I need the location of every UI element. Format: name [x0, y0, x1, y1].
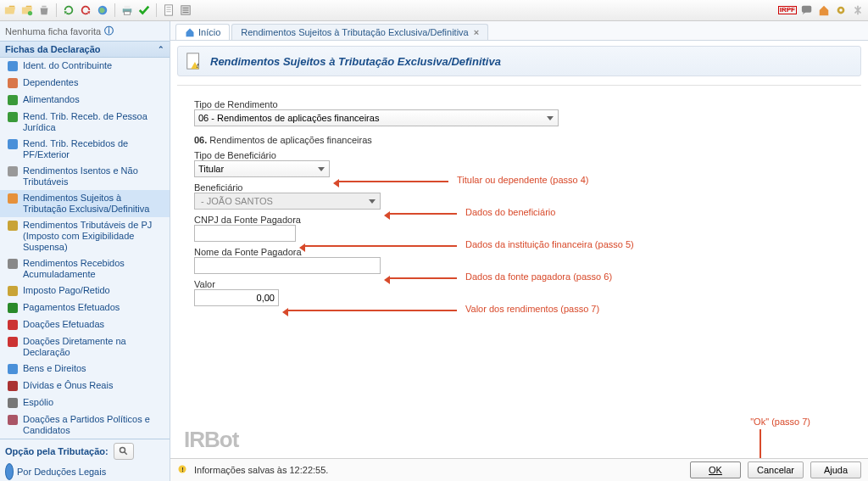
- sidebar-item-label: Bens e Direitos: [23, 363, 86, 374]
- sidebar-section-header[interactable]: Fichas da Declaração ⌃: [0, 41, 170, 58]
- svg-rect-6: [165, 5, 173, 15]
- footer-bar: ! Informações salvas às 12:22:55. OK Can…: [170, 458, 868, 481]
- svg-rect-16: [8, 166, 18, 176]
- tab-current[interactable]: Rendimentos Sujeitos à Tributação Exclus…: [231, 24, 488, 40]
- opcao-tributacao: Opção pela Tributação: Por Deduções Lega…: [0, 439, 170, 481]
- section-subtitle: 06. Rendimentos de aplicações financeira…: [194, 135, 844, 145]
- tab-bar: Início Rendimentos Sujeitos à Tributação…: [170, 21, 868, 41]
- sidebar-item[interactable]: Pagamentos Efetuados: [0, 299, 170, 316]
- sidebar-item[interactable]: Imposto Pago/Retido: [0, 282, 170, 299]
- watermark: IRBot: [184, 427, 238, 453]
- refresh-icon[interactable]: [62, 3, 75, 17]
- sidebar-item[interactable]: Rendimentos Tributáveis de PJ (Imposto c…: [0, 217, 170, 255]
- sidebar-item[interactable]: Doações a Partidos Políticos e Candidato…: [0, 411, 170, 439]
- close-icon[interactable]: ×: [472, 27, 479, 37]
- estate-icon: [7, 397, 19, 409]
- doc-orange-icon: [7, 193, 19, 204]
- info-icon[interactable]: ⓘ: [104, 25, 114, 37]
- chat-icon[interactable]: [800, 3, 814, 17]
- home-icon[interactable]: [817, 3, 831, 17]
- tipo-benef-label: Tipo de Beneficiário: [194, 150, 844, 160]
- valor-input[interactable]: [194, 289, 279, 306]
- gear-icon[interactable]: [834, 3, 848, 17]
- sidebar-item[interactable]: Ident. do Contribuinte: [0, 58, 170, 75]
- irpf-icon[interactable]: IRPF: [778, 6, 797, 14]
- check-icon[interactable]: [137, 3, 151, 17]
- sidebar-item-label: Ident. do Contribuinte: [23, 60, 112, 71]
- sidebar-item-label: Rend. Trib. Receb. de Pessoa Jurídica: [23, 111, 164, 133]
- svg-rect-20: [8, 286, 18, 296]
- svg-rect-4: [125, 6, 131, 9]
- sidebar-item[interactable]: Dívidas e Ônus Reais: [0, 378, 170, 394]
- sidebar-item[interactable]: Rendimentos Recebidos Acumuladamente: [0, 255, 170, 282]
- doc-icon[interactable]: [162, 3, 175, 17]
- sidebar-item[interactable]: Alimentandos: [0, 92, 170, 109]
- sidebar-item[interactable]: Rendimentos Isentos e Não Tributáveis: [0, 163, 170, 190]
- opcao-radio-deducoes[interactable]: Por Deduções Legais: [0, 461, 170, 480]
- svg-text:!: !: [181, 466, 184, 473]
- svg-rect-14: [8, 112, 18, 122]
- sidebar-item-label: Imposto Pago/Retido: [23, 285, 110, 296]
- app-window: IRPF Nenhuma ficha favorita ⓘ Fichas da …: [0, 0, 868, 481]
- svg-rect-23: [8, 337, 18, 347]
- money-icon: [7, 302, 19, 314]
- sidebar-item[interactable]: Rendimentos Sujeitos à Tributação Exclus…: [0, 190, 170, 217]
- cancel-button[interactable]: Cancelar: [748, 461, 804, 478]
- sidebar-item[interactable]: Bens e Direitos: [0, 361, 170, 378]
- meal-icon: [7, 94, 19, 106]
- world-icon[interactable]: [96, 3, 109, 17]
- nome-fonte-input[interactable]: [194, 257, 381, 274]
- collapse-icon[interactable]: ⌃: [158, 45, 164, 53]
- svg-rect-11: [8, 61, 18, 71]
- annot-passo7: Valor dos rendimentos (passo 7): [465, 304, 599, 314]
- person-icon: [7, 60, 19, 72]
- svg-rect-25: [8, 381, 18, 391]
- search-button[interactable]: [114, 443, 134, 460]
- beneficiario-select[interactable]: [194, 193, 381, 210]
- svg-rect-12: [8, 78, 18, 88]
- people-icon: [7, 77, 19, 89]
- opcao-title: Opção pela Tributação:: [5, 446, 108, 456]
- undo-icon[interactable]: [79, 3, 92, 17]
- sidebar-item-label: Alimentandos: [23, 94, 80, 105]
- tipo-beneficiario-select[interactable]: [194, 160, 330, 177]
- tipo-rendimento-select[interactable]: [194, 109, 559, 126]
- svg-rect-18: [8, 221, 18, 231]
- doc-stack-icon: [7, 258, 19, 270]
- sidebar-item[interactable]: Rend. Trib. Recebidos de PF/Exterior: [0, 136, 170, 163]
- favorites-empty-text: Nenhuma ficha favorita: [5, 26, 101, 36]
- svg-point-28: [120, 448, 125, 453]
- sidebar-item[interactable]: Dependentes: [0, 75, 170, 92]
- list-icon[interactable]: [179, 3, 192, 17]
- svg-point-10: [839, 8, 843, 12]
- svg-rect-15: [8, 139, 18, 149]
- tab-current-label: Rendimentos Sujeitos à Tributação Exclus…: [241, 27, 468, 37]
- svg-rect-22: [8, 320, 18, 330]
- trash-icon[interactable]: [37, 3, 51, 17]
- cnpj-input[interactable]: [194, 225, 296, 242]
- sidebar-item-label: Dívidas e Ônus Reais: [23, 380, 113, 391]
- folder-open-icon[interactable]: [3, 3, 17, 17]
- sidebar-item[interactable]: Rend. Trib. Receb. de Pessoa Jurídica: [0, 109, 170, 136]
- pin-icon[interactable]: [851, 3, 865, 17]
- separator: [56, 3, 57, 17]
- ok-button[interactable]: OK: [690, 461, 741, 478]
- page-title-text: Rendimentos Sujeitos à Tributação Exclus…: [210, 55, 501, 68]
- tipo-rend-label: Tipo de Rendimento: [194, 99, 844, 109]
- annot-passo6: Dados da fonte pagadora (passo 6): [465, 271, 612, 282]
- svg-rect-21: [8, 303, 18, 313]
- print-icon[interactable]: [120, 3, 134, 17]
- sidebar-item-label: Espólio: [23, 397, 53, 408]
- svg-rect-8: [802, 6, 811, 13]
- sidebar-item-label: Dependentes: [23, 77, 78, 88]
- sidebar-section-title: Fichas da Declaração: [5, 44, 101, 54]
- sidebar-item-label: Doações Diretamente na Declaração: [23, 336, 164, 358]
- help-button[interactable]: Ajuda: [810, 461, 861, 478]
- tab-home[interactable]: Início: [175, 24, 230, 40]
- sidebar-item-label: Rendimentos Isentos e Não Tributáveis: [23, 165, 164, 187]
- annot-passo5: Dados da instituição financeira (passo 5…: [465, 239, 634, 249]
- sidebar-item[interactable]: Doações Diretamente na Declaração: [0, 333, 170, 361]
- sidebar-item[interactable]: Doações Efetuadas: [0, 316, 170, 333]
- folder-new-icon[interactable]: [20, 3, 34, 17]
- sidebar-item[interactable]: Espólio: [0, 394, 170, 411]
